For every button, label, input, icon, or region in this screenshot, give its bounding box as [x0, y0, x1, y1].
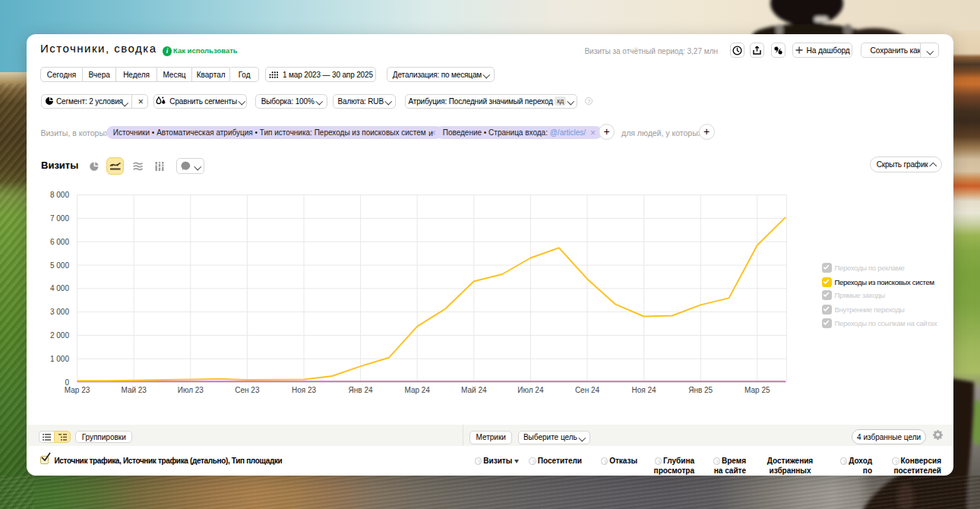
- svg-text:7 000: 7 000: [50, 214, 69, 223]
- svg-text:Мар 25: Мар 25: [744, 386, 770, 394]
- svg-text:2 000: 2 000: [50, 331, 69, 340]
- svg-text:Июл 23: Июл 23: [178, 386, 204, 394]
- svg-text:Мар 23: Мар 23: [65, 386, 90, 394]
- svg-text:Янв 24: Янв 24: [349, 386, 373, 394]
- svg-text:Сен 24: Сен 24: [575, 386, 600, 394]
- svg-text:Янв 25: Янв 25: [688, 386, 713, 394]
- svg-text:Май 23: Май 23: [121, 386, 147, 394]
- svg-text:8 000: 8 000: [50, 191, 69, 199]
- svg-text:3 000: 3 000: [50, 308, 69, 316]
- svg-text:1 000: 1 000: [50, 355, 69, 363]
- svg-text:Ноя 24: Ноя 24: [632, 386, 657, 394]
- svg-text:Сен 23: Сен 23: [235, 386, 260, 394]
- svg-text:5 000: 5 000: [50, 261, 69, 270]
- svg-text:Мар 24: Мар 24: [404, 386, 430, 394]
- svg-text:Май 24: Май 24: [461, 386, 487, 394]
- svg-text:Ноя 23: Ноя 23: [292, 386, 317, 394]
- svg-text:Июл 24: Июл 24: [517, 386, 544, 394]
- svg-text:6 000: 6 000: [50, 238, 69, 246]
- svg-text:4 000: 4 000: [50, 284, 69, 292]
